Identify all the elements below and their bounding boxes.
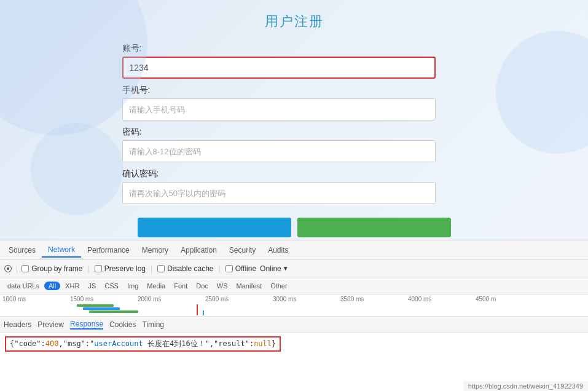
- resp-tab-response[interactable]: Response: [70, 320, 103, 330]
- filter-font[interactable]: Font: [170, 281, 191, 291]
- devtools-timeline: 1000 ms 1500 ms 2000 ms 2500 ms 3000 ms …: [0, 294, 588, 317]
- offline-group: Offline: [225, 264, 256, 273]
- filter-other[interactable]: Other: [267, 281, 291, 291]
- password-label: 密码:: [122, 127, 466, 138]
- filter-xhr[interactable]: XHR: [61, 281, 83, 291]
- tl-1500: 1500 ms: [68, 296, 135, 302]
- devtools-tabs-bar: Sources Network Performance Memory Appli…: [0, 240, 588, 260]
- timeline-bars-area: [0, 304, 588, 315]
- account-label: 账号:: [122, 43, 466, 54]
- filter-doc[interactable]: Doc: [192, 281, 212, 291]
- filter-js[interactable]: JS: [84, 281, 100, 291]
- bottom-url-bar: https://blog.csdn.net/weixin_41922349: [463, 381, 588, 391]
- tab-network[interactable]: Network: [42, 243, 81, 258]
- timeline-red-marker: [197, 304, 198, 315]
- account-input[interactable]: [122, 57, 436, 79]
- tab-audits[interactable]: Audits: [262, 243, 294, 257]
- resp-tab-cookies[interactable]: Cookies: [109, 320, 136, 329]
- tl-4500: 4500 m: [473, 296, 522, 302]
- timeline-bar-blue1: [83, 307, 120, 310]
- online-select[interactable]: Online ▼: [260, 264, 289, 273]
- form-title: 用户注册: [265, 12, 324, 31]
- filter-all[interactable]: All: [44, 282, 60, 290]
- account-group: 账号:: [122, 43, 466, 79]
- confirm-input[interactable]: [122, 182, 436, 204]
- tl-2000: 2000 ms: [135, 296, 203, 302]
- resp-tab-headers[interactable]: Headers: [4, 320, 31, 329]
- preserve-log-checkbox[interactable]: [95, 265, 102, 272]
- main-page: 用户注册 账号: 手机号: 密码: 确认密码:: [0, 0, 588, 240]
- phone-label: 手机号:: [122, 85, 466, 96]
- phone-group: 手机号:: [122, 85, 466, 120]
- filter-manifest[interactable]: Manifest: [233, 281, 266, 291]
- disable-cache-label: Disable cache: [167, 264, 213, 273]
- tab-performance[interactable]: Performance: [81, 243, 136, 257]
- confirm-group: 确认密码:: [122, 168, 466, 204]
- response-json-highlighted: {"code":400,"msg":"userAccount 长度在4到16位！…: [5, 336, 281, 352]
- offline-label: Offline: [235, 264, 256, 273]
- resp-tab-timing[interactable]: Timing: [142, 320, 164, 329]
- password-group: 密码:: [122, 127, 466, 162]
- filter-media[interactable]: Media: [143, 281, 169, 291]
- timeline-bar-green2: [89, 310, 138, 313]
- filter-img[interactable]: Img: [123, 281, 142, 291]
- timeline-bar-green3: [95, 304, 114, 307]
- tab-security[interactable]: Security: [223, 243, 262, 257]
- offline-checkbox[interactable]: [225, 265, 233, 272]
- group-by-frame-label: Group by frame: [31, 264, 82, 273]
- filter-css[interactable]: CSS: [101, 281, 122, 291]
- filter-data-urls[interactable]: data URLs: [4, 281, 43, 291]
- disable-cache-group: Disable cache: [157, 264, 213, 273]
- preserve-log-group: Preserve log: [95, 264, 146, 273]
- resp-tab-preview[interactable]: Preview: [37, 320, 64, 329]
- tl-1000: 1000 ms: [0, 296, 68, 302]
- tab-application[interactable]: Application: [174, 243, 223, 257]
- group-by-frame-group: Group by frame: [22, 264, 82, 273]
- response-tabs-bar: Headers Preview Response Cookies Timing: [0, 317, 588, 333]
- record-icon[interactable]: ⦿: [4, 264, 12, 274]
- tl-4000: 4000 ms: [406, 296, 473, 302]
- group-by-frame-checkbox[interactable]: [22, 265, 29, 272]
- filter-ws[interactable]: WS: [213, 281, 232, 291]
- devtools-filter-bar: data URLs All XHR JS CSS Img Media Font …: [0, 277, 588, 294]
- confirm-label: 确认密码:: [122, 168, 466, 180]
- register-form: 用户注册 账号: 手机号: 密码: 确认密码:: [122, 12, 466, 237]
- tl-3000: 3000 ms: [270, 296, 338, 302]
- tl-2500: 2500 ms: [203, 296, 270, 302]
- disable-cache-checkbox[interactable]: [157, 265, 165, 272]
- tl-3500: 3500 ms: [338, 296, 406, 302]
- preserve-log-label: Preserve log: [104, 264, 146, 273]
- devtools-panel: Sources Network Performance Memory Appli…: [0, 240, 588, 391]
- tab-sources[interactable]: Sources: [2, 243, 42, 257]
- online-arrow-icon: ▼: [283, 265, 289, 272]
- devtools-toolbar: ⦿ | Group by frame | Preserve log | Disa…: [0, 260, 588, 277]
- tab-memory[interactable]: Memory: [136, 243, 174, 257]
- password-input[interactable]: [122, 140, 436, 162]
- phone-input[interactable]: [122, 98, 436, 120]
- timeline-blue-marker: [203, 310, 204, 315]
